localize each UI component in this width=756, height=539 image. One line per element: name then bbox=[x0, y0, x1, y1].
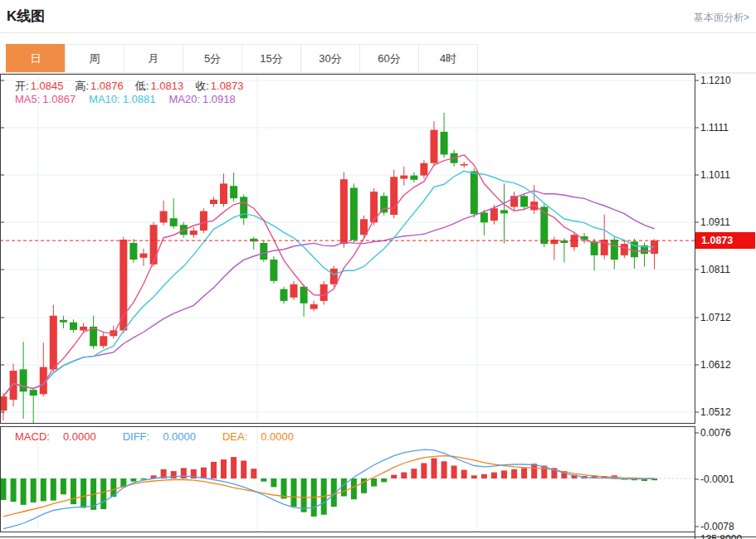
tab-15min[interactable]: 15分 bbox=[241, 44, 301, 73]
kline-chart-page: K线图 基本面分析> 日 周 月 5分 15分 30分 60分 4时 开:1.0… bbox=[0, 0, 756, 539]
tab-month[interactable]: 月 bbox=[124, 44, 183, 73]
fundamental-analysis-link[interactable]: 基本面分析> bbox=[694, 11, 749, 25]
tab-day[interactable]: 日 bbox=[6, 44, 66, 73]
tabrow-underline bbox=[0, 72, 756, 73]
tab-5min[interactable]: 5分 bbox=[183, 44, 242, 73]
tab-4hour[interactable]: 4时 bbox=[418, 44, 478, 73]
tab-week[interactable]: 周 bbox=[65, 44, 124, 73]
page-title: K线图 bbox=[7, 7, 45, 26]
interval-tab-bar: 日 周 月 5分 15分 30分 60分 4时 bbox=[7, 44, 478, 73]
tab-30min[interactable]: 30分 bbox=[300, 44, 360, 73]
kline-macd-canvas[interactable] bbox=[0, 0, 756, 539]
tab-60min[interactable]: 60分 bbox=[359, 44, 419, 73]
header-divider bbox=[0, 32, 756, 33]
